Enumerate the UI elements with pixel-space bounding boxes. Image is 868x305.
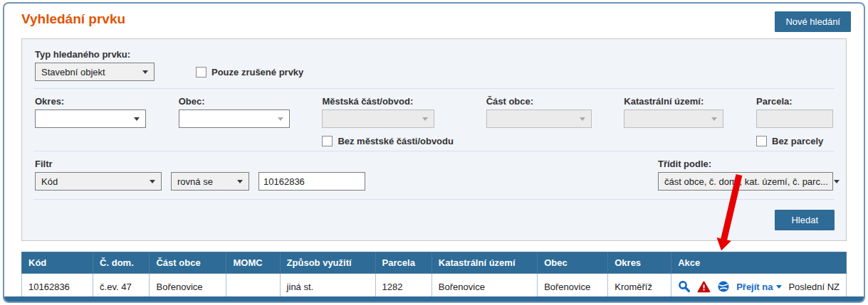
parcela-label: Parcela:: [756, 96, 833, 107]
okres-field: Okres:: [35, 96, 146, 146]
goto-dropdown[interactable]: Přejít na: [736, 282, 782, 292]
chevron-down-icon: [422, 117, 428, 121]
search-filter-panel: Typ hledaného prvku: Stavební objekt Pou…: [21, 38, 847, 241]
type-select-value: Stavební objekt: [41, 67, 105, 77]
filter-section: Filtr Kód rovná se Třídit podle: část ob…: [32, 151, 836, 199]
table-row: 10162836 č.ev. 47 Bořenovice jiná st. 12…: [22, 274, 847, 300]
chevron-down-icon: [776, 285, 782, 289]
chevron-down-icon: [711, 117, 717, 121]
page-header: Vyhledání prvku Nové hledání: [4, 4, 864, 32]
katastralni-uzemi-label: Katastrální území:: [624, 96, 723, 107]
filtr-field: Filtr Kód: [35, 159, 162, 191]
mestska-cast-label: Městská část/obvod:: [322, 96, 454, 107]
column-header-okres: Okres: [608, 252, 671, 274]
cell-momc: [226, 274, 280, 300]
checkbox-box[interactable]: [756, 136, 767, 146]
only-cancelled-checkbox[interactable]: Pouze zrušené prvky: [196, 67, 303, 77]
cell-c-dom: č.ev. 47: [93, 274, 150, 300]
cell-akce: Přejít na Poslední NZ: [671, 274, 847, 300]
new-search-button[interactable]: Nové hledání: [775, 11, 851, 32]
chevron-down-icon: [278, 117, 283, 121]
chevron-down-icon: [237, 180, 243, 183]
obec-field: Obec:: [179, 96, 290, 146]
checkbox-box[interactable]: [196, 67, 206, 77]
katastralni-uzemi-field: Katastrální území:: [624, 96, 723, 146]
column-header-zpusob-vyuziti: Způsob využití: [280, 252, 375, 274]
bez-mestske-casti-label: Bez městské části/obvodu: [338, 136, 454, 146]
page-title: Vyhledání prvku: [21, 11, 125, 27]
bez-mestske-casti-checkbox[interactable]: Bez městské části/obvodu: [322, 136, 454, 146]
globe-icon[interactable]: [717, 280, 730, 293]
column-header-cast-obce: Část obce: [150, 252, 226, 274]
obec-select[interactable]: [179, 109, 290, 128]
sort-label: Třídit podle:: [658, 159, 833, 169]
okres-select[interactable]: [35, 109, 146, 128]
filter-attribute-select[interactable]: Kód: [35, 172, 162, 191]
cell-katastralni-uzemi: Bořenovice: [432, 274, 537, 300]
filter-operator-select[interactable]: rovná se: [171, 172, 249, 191]
sort-select-value: část obce, č. dom., kat. území, č. parc.…: [664, 176, 828, 187]
cell-parcela: 1282: [375, 274, 432, 300]
search-icon[interactable]: [678, 280, 691, 293]
chevron-down-icon: [150, 180, 155, 183]
territory-section: Okres: Obec: Městská část/obvod:: [32, 89, 836, 151]
column-header-momc: MOMC: [226, 252, 280, 274]
footer-bar: [4, 296, 864, 301]
parcela-field: Parcela: Bez parcely: [756, 96, 833, 146]
chevron-down-icon: [134, 117, 140, 121]
type-field: Typ hledaného prvku: Stavební objekt: [35, 49, 155, 81]
filter-operator-value: rovná se: [177, 176, 213, 187]
chevron-down-icon: [580, 117, 585, 121]
app-window: Vyhledání prvku Nové hledání Typ hledané…: [3, 2, 865, 303]
katastralni-uzemi-select: [624, 109, 723, 128]
cell-okres: Kroměříž: [608, 274, 671, 300]
cell-zpusob-vyuziti: jiná st.: [280, 274, 375, 300]
column-header-c-dom: Č. dom.: [93, 252, 150, 274]
mestska-cast-field: Městská část/obvod: Bez městské části/ob…: [322, 96, 454, 146]
cast-obce-label: Část obce:: [486, 96, 592, 107]
bez-parcely-checkbox[interactable]: Bez parcely: [756, 136, 833, 146]
cell-obec: Bořenovice: [538, 274, 608, 300]
type-select[interactable]: Stavební objekt: [35, 63, 155, 81]
filtr-label: Filtr: [35, 159, 162, 169]
posledni-nz-label: Poslední NZ: [788, 282, 840, 292]
type-label: Typ hledaného prvku:: [35, 49, 155, 60]
chevron-down-icon: [834, 180, 840, 183]
bez-parcely-label: Bez parcely: [772, 136, 823, 146]
type-section: Typ hledaného prvku: Stavební objekt Pou…: [32, 45, 836, 88]
checkbox-box[interactable]: [322, 136, 333, 146]
mestska-cast-select: [322, 109, 434, 128]
column-header-katastralni-uzemi: Katastrální území: [432, 252, 537, 274]
column-header-parcela: Parcela: [375, 252, 432, 274]
results-table: Kód Č. dom. Část obce MOMC Způsob využit…: [21, 252, 847, 300]
cast-obce-field: Část obce:: [486, 96, 592, 146]
sort-field: Třídit podle: část obce, č. dom., kat. ú…: [658, 159, 833, 191]
sort-select[interactable]: část obce, č. dom., kat. území, č. parc.…: [658, 172, 833, 191]
column-header-obec: Obec: [538, 252, 608, 274]
cell-kod: 10162836: [22, 274, 93, 300]
search-action-section: Hledat: [32, 200, 836, 232]
filter-value-input[interactable]: [258, 172, 365, 191]
column-header-akce: Akce: [671, 252, 847, 274]
chevron-down-icon: [142, 70, 148, 74]
cell-cast-obce: Bořenovice: [150, 274, 226, 300]
results-header-row: Kód Č. dom. Část obce MOMC Způsob využit…: [22, 252, 847, 274]
warning-icon[interactable]: [697, 281, 711, 293]
filter-attribute-value: Kód: [41, 176, 58, 187]
obec-label: Obec:: [179, 96, 290, 107]
search-button[interactable]: Hledat: [775, 210, 835, 230]
okres-label: Okres:: [35, 96, 146, 107]
goto-label: Přejít na: [736, 282, 773, 292]
parcela-input: [756, 109, 833, 128]
cast-obce-select: [486, 109, 592, 128]
column-header-kod: Kód: [22, 252, 93, 274]
only-cancelled-label: Pouze zrušené prvky: [211, 67, 303, 77]
